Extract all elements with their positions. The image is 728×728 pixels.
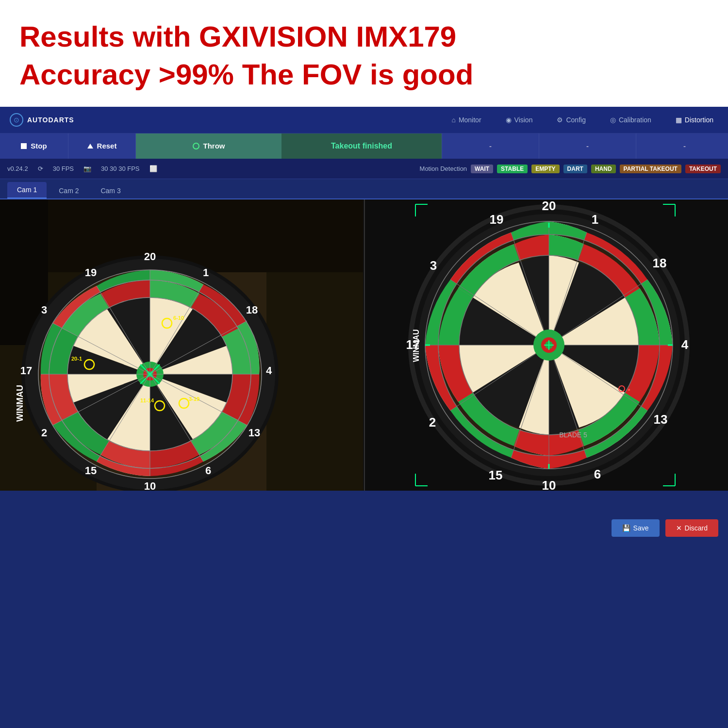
nav-monitor-label: Monitor xyxy=(459,116,481,124)
nav-distortion-label: Distortion xyxy=(685,116,713,124)
nav-monitor[interactable]: ⌂ Monitor xyxy=(447,114,486,126)
svg-text:13: 13 xyxy=(654,412,668,427)
cam3-tab[interactable]: Cam 3 xyxy=(91,183,130,199)
svg-text:15: 15 xyxy=(489,468,503,482)
svg-text:6-10: 6-10 xyxy=(173,315,184,321)
takeout-label: Takeout finished xyxy=(331,142,392,150)
save-button[interactable]: 💾 Save xyxy=(612,519,660,537)
cam1-tab[interactable]: Cam 1 xyxy=(7,182,47,199)
dash2-button[interactable]: - xyxy=(539,133,636,159)
nav-calibration-label: Calibration xyxy=(619,116,651,124)
version-text: v0.24.2 xyxy=(7,165,28,172)
save-label: Save xyxy=(633,524,649,532)
throw-button[interactable]: Throw xyxy=(136,133,281,159)
annotation-line2: Accuracy >99% The FOV is good xyxy=(19,56,709,94)
distortion-icon: ▦ xyxy=(676,116,682,124)
svg-text:●: ● xyxy=(628,387,630,392)
camera-tabs: Cam 1 Cam 2 Cam 3 xyxy=(0,179,728,199)
dash3-label: - xyxy=(683,142,686,150)
svg-text:2: 2 xyxy=(41,427,47,439)
badge-stable: STABLE xyxy=(497,165,528,173)
dash2-label: - xyxy=(586,142,589,150)
svg-text:20: 20 xyxy=(542,199,556,213)
nav-config[interactable]: ⚙ Config xyxy=(552,114,590,126)
svg-text:3-19: 3-19 xyxy=(189,396,199,402)
status-bar: v0.24.2 ⟳ 30 FPS 📷 30 30 30 FPS ⬜ Motion… xyxy=(0,159,728,179)
svg-text:17: 17 xyxy=(20,364,32,377)
eye-icon: ◉ xyxy=(506,116,512,124)
svg-text:15: 15 xyxy=(85,464,97,477)
cam-icon: 📷 xyxy=(83,165,91,172)
discard-icon: ✕ xyxy=(676,524,682,532)
fps2-text: 30 30 30 FPS xyxy=(101,165,140,172)
logo-area: ⊙ AUTODARTS xyxy=(10,113,74,127)
nav-bar: ⊙ AUTODARTS ⌂ Monitor ◉ Vision ⚙ Config … xyxy=(0,107,728,133)
throw-label: Throw xyxy=(203,142,225,150)
throw-icon xyxy=(193,143,199,149)
nav-config-label: Config xyxy=(566,116,585,124)
badge-dart: DART xyxy=(563,165,587,173)
monitor-icon: ⬜ xyxy=(149,165,157,172)
dash3-button[interactable]: - xyxy=(636,133,728,159)
annotation-area: Results with GXIVISION IMX179 Accuracy >… xyxy=(0,0,728,107)
calibration-icon: ◎ xyxy=(610,116,616,124)
cam2-tab[interactable]: Cam 2 xyxy=(49,183,88,199)
app-container: ⊙ AUTODARTS ⌂ Monitor ◉ Vision ⚙ Config … xyxy=(0,107,728,728)
nav-items: ⌂ Monitor ◉ Vision ⚙ Config ◎ Calibratio… xyxy=(447,114,718,126)
logo-text: AUTODARTS xyxy=(27,116,74,124)
badge-empty: EMPTY xyxy=(531,165,559,173)
motion-label: Motion Detection xyxy=(420,165,467,172)
discard-label: Discard xyxy=(685,524,708,532)
save-icon: 💾 xyxy=(622,524,630,532)
camera-views: 20 1 18 4 13 6 10 15 2 17 3 19 WINMAU 20… xyxy=(0,199,728,491)
action-bar: Stop Reset Throw Takeout finished - - - xyxy=(0,133,728,159)
svg-text:2: 2 xyxy=(429,415,436,430)
discard-button[interactable]: ✕ Discard xyxy=(665,519,718,537)
nav-vision-label: Vision xyxy=(514,116,533,124)
svg-text:18: 18 xyxy=(653,256,667,270)
dash1-button[interactable]: - xyxy=(442,133,539,159)
nav-distortion[interactable]: ▦ Distortion xyxy=(671,114,718,126)
svg-text:13: 13 xyxy=(248,427,260,439)
badge-takeout: TAKEOUT xyxy=(685,165,721,173)
cam1-view: 20 1 18 4 13 6 10 15 2 17 3 19 WINMAU 20… xyxy=(0,199,363,491)
svg-text:WINMAU: WINMAU xyxy=(412,329,420,362)
reset-label: Reset xyxy=(97,142,117,150)
fps1-icon: ⟳ xyxy=(38,165,43,172)
nav-vision[interactable]: ◉ Vision xyxy=(501,114,538,126)
logo-icon: ⊙ xyxy=(10,113,23,127)
svg-text:1: 1 xyxy=(203,266,209,279)
svg-text:10: 10 xyxy=(542,478,556,491)
svg-text:3: 3 xyxy=(41,304,47,316)
stop-button[interactable]: Stop xyxy=(0,133,68,159)
svg-text:11-14: 11-14 xyxy=(140,397,154,403)
stop-icon xyxy=(21,143,27,149)
svg-text:19: 19 xyxy=(85,266,97,279)
dash1-label: - xyxy=(489,142,492,150)
svg-text:20: 20 xyxy=(144,250,156,263)
svg-text:6: 6 xyxy=(594,467,601,481)
svg-text:6: 6 xyxy=(205,464,211,477)
svg-text:WINMAU: WINMAU xyxy=(15,385,25,422)
fps1-text: 30 FPS xyxy=(53,165,74,172)
svg-text:19: 19 xyxy=(490,212,504,227)
motion-detection-area: Motion Detection WAIT STABLE EMPTY DART … xyxy=(420,165,721,173)
svg-text:18: 18 xyxy=(246,304,258,316)
annotation-line1: Results with GXIVISION IMX179 xyxy=(19,18,709,56)
takeout-button[interactable]: Takeout finished xyxy=(281,133,442,159)
svg-text:4: 4 xyxy=(266,364,272,377)
cam2-view: 20 1 18 4 13 6 10 15 2 17 3 19 WINMAU BL… xyxy=(364,199,728,491)
svg-text:10: 10 xyxy=(144,480,156,491)
home-icon: ⌂ xyxy=(451,116,455,124)
stop-label: Stop xyxy=(31,142,47,150)
reset-icon xyxy=(87,144,93,149)
bottom-area: 💾 Save ✕ Discard xyxy=(0,491,728,544)
svg-text:BLADE 5: BLADE 5 xyxy=(559,431,587,439)
gear-icon: ⚙ xyxy=(557,116,563,124)
badge-partial-takeout: PARTIAL TAKEOUT xyxy=(620,165,681,173)
nav-calibration[interactable]: ◎ Calibration xyxy=(605,114,656,126)
svg-text:4: 4 xyxy=(681,337,689,352)
reset-button[interactable]: Reset xyxy=(68,133,136,159)
svg-text:1: 1 xyxy=(592,212,598,227)
badge-wait: WAIT xyxy=(471,165,493,173)
